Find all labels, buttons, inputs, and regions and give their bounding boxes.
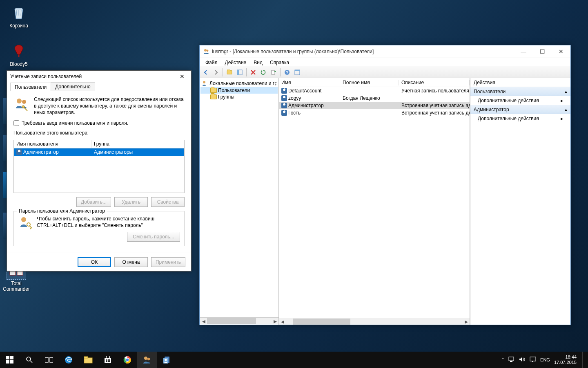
scroll-left-arrow[interactable]: ◂ — [279, 318, 286, 325]
tray-language[interactable]: ENG — [540, 357, 550, 362]
maximize-button[interactable]: ☐ — [533, 45, 552, 58]
start-button[interactable] — [0, 352, 20, 368]
toolbar-properties-icon[interactable] — [293, 68, 302, 77]
tray-clock[interactable]: 18:44 17.07.2015 — [554, 355, 578, 365]
show-desktop-button[interactable] — [582, 352, 585, 368]
password-group-legend: Пароль пользователя Администратор — [17, 208, 107, 214]
taskbar-app-lusrmgr[interactable] — [137, 352, 157, 368]
svg-rect-24 — [45, 357, 48, 362]
tree-item-users[interactable]: Пользователи — [200, 87, 278, 94]
minimize-button[interactable]: — — [514, 45, 533, 58]
scroll-right-arrow[interactable]: ▸ — [272, 317, 278, 325]
cell-desc: Учетная запись пользователя — [399, 88, 470, 94]
svg-rect-42 — [510, 361, 512, 362]
col-fullname[interactable]: Полное имя — [340, 80, 399, 85]
scroll-left-arrow[interactable]: ◂ — [200, 317, 207, 325]
menu-action[interactable]: Действие — [222, 59, 250, 66]
col-desc[interactable]: Описание — [399, 80, 470, 85]
col-name[interactable]: Имя — [279, 80, 340, 85]
toolbar-export-icon[interactable] — [269, 68, 278, 77]
menu-file[interactable]: Файл — [202, 59, 221, 66]
require-login-checkbox[interactable] — [13, 120, 19, 126]
list-columns: Имя Полное имя Описание — [279, 78, 470, 87]
actions-section-label: Администратор — [474, 107, 509, 112]
tray-volume-icon[interactable] — [519, 357, 526, 363]
lusrmgr-tree[interactable]: Локальные пользователи и гру... Пользова… — [200, 78, 279, 325]
scroll-thumb[interactable] — [207, 318, 256, 324]
uac-user-list[interactable]: Имя пользователя Группа Администратор Ад… — [13, 140, 185, 193]
uac-list-row[interactable]: Администратор Администраторы — [14, 148, 184, 156]
menu-view[interactable]: Вид — [250, 59, 266, 66]
list-row[interactable]: DefaultAccount Учетная запись пользовате… — [279, 87, 470, 94]
scroll-thumb[interactable] — [293, 319, 350, 325]
svg-point-40 — [165, 359, 167, 361]
actions-item-more[interactable]: Дополнительные действия ▸ — [470, 114, 570, 123]
tree-hscroll[interactable]: ◂ ▸ — [200, 317, 278, 324]
taskbar-app-edge[interactable] — [59, 352, 78, 368]
password-hint-text: Чтобы сменить пароль, нажмите сочетание … — [37, 215, 180, 229]
desktop-icon-bloody5[interactable]: Bloody5 — [3, 41, 34, 67]
col-group[interactable]: Группа — [91, 140, 184, 148]
tray-date: 17.07.2015 — [554, 360, 577, 365]
desktop-icon-recycle-bin[interactable]: Корзина — [3, 2, 34, 29]
tab-advanced[interactable]: Дополнительно — [51, 82, 95, 91]
apply-button[interactable]: Применить — [151, 257, 185, 267]
taskbar-search-icon[interactable] — [20, 352, 39, 368]
change-password-button[interactable]: Сменить пароль... — [127, 232, 180, 242]
taskbar-app-store[interactable] — [98, 352, 118, 368]
uac-titlebar[interactable]: Учетные записи пользователей ✕ — [7, 71, 191, 82]
task-view-icon[interactable] — [39, 352, 59, 368]
taskbar-app-explorer[interactable] — [78, 352, 98, 368]
ok-button[interactable]: ОК — [78, 257, 111, 267]
desktop-icon-label: Корзина — [9, 23, 28, 29]
taskbar-app-useraccounts[interactable] — [157, 352, 176, 368]
scroll-right-arrow[interactable]: ▸ — [463, 318, 470, 325]
toolbar-help-icon[interactable]: ? — [283, 68, 292, 77]
taskbar-app-chrome[interactable] — [118, 352, 137, 368]
col-username[interactable]: Имя пользователя — [14, 140, 91, 148]
tab-users[interactable]: Пользователи — [10, 83, 51, 91]
lusrmgr-titlebar[interactable]: lusrmgr - [Локальные пользователи и груп… — [200, 45, 570, 58]
toolbar-showhide-icon[interactable] — [235, 68, 244, 77]
tray-network-icon[interactable] — [508, 357, 515, 363]
list-row[interactable]: Администратор Встроенная учетная запись … — [279, 102, 470, 109]
svg-point-13 — [203, 81, 205, 83]
list-hscroll[interactable]: ◂ ▸ — [279, 318, 470, 325]
svg-point-35 — [126, 358, 129, 361]
user-properties-button[interactable]: Свойства — [151, 197, 185, 207]
close-button[interactable]: ✕ — [552, 45, 570, 58]
uac-intro-text: Следующий список используется для предос… — [34, 96, 185, 116]
svg-rect-21 — [6, 360, 9, 364]
toolbar-forward-icon[interactable] — [212, 68, 220, 77]
actions-item-label: Дополнительные действия — [478, 98, 539, 103]
remove-user-button[interactable]: Удалить — [114, 197, 148, 207]
svg-point-23 — [27, 357, 31, 361]
tree-item-groups[interactable]: Группы — [200, 94, 278, 100]
svg-rect-29 — [105, 358, 111, 363]
toolbar-refresh-icon[interactable] — [259, 68, 268, 77]
actions-section-admin[interactable]: Администратор ▴ — [470, 105, 570, 114]
cell-group: Администраторы — [91, 149, 184, 155]
tray-chevron-icon[interactable]: ˄ — [502, 357, 504, 363]
uac-title: Учетные записи пользователей — [10, 74, 82, 79]
list-row[interactable]: zogyy Богдан Лещенко — [279, 94, 470, 102]
actions-title: Действия — [470, 78, 570, 87]
add-user-button[interactable]: Добавить... — [76, 197, 111, 207]
lusrmgr-toolbar: ? — [200, 67, 570, 78]
toolbar-back-icon[interactable] — [201, 68, 210, 77]
toolbar-delete-icon[interactable] — [249, 68, 258, 77]
svg-point-5 — [207, 50, 209, 52]
list-row[interactable]: Гость Встроенная учетная запись дл — [279, 109, 470, 117]
menu-help[interactable]: Справка — [267, 59, 292, 66]
actions-item-more[interactable]: Дополнительные действия ▸ — [470, 96, 570, 105]
tree-root[interactable]: Локальные пользователи и гру... — [200, 80, 278, 87]
lusrmgr-title: lusrmgr - [Локальные пользователи и груп… — [212, 49, 514, 54]
actions-section-users[interactable]: Пользователи ▴ — [470, 87, 570, 96]
toolbar-up-icon[interactable] — [225, 68, 234, 77]
svg-point-14 — [17, 99, 22, 103]
list-rows[interactable]: DefaultAccount Учетная запись пользовате… — [279, 87, 470, 318]
close-button[interactable]: ✕ — [176, 72, 188, 81]
tray-notifications-icon[interactable] — [530, 357, 536, 363]
svg-rect-19 — [6, 356, 9, 359]
cancel-button[interactable]: Отмена — [114, 257, 148, 267]
